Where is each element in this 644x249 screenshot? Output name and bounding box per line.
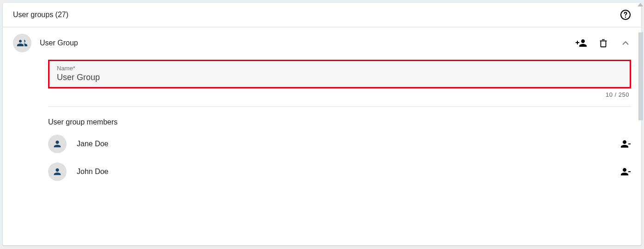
char-counter: 10 / 250	[48, 91, 631, 98]
scroll-up-arrow-icon	[638, 3, 643, 6]
member-row: John Doe	[48, 162, 631, 181]
member-name: Jane Doe	[77, 140, 610, 148]
card-header: User groups (27)	[3, 3, 641, 27]
member-name: John Doe	[77, 168, 610, 176]
svg-point-1	[625, 17, 626, 18]
chevron-up-icon[interactable]	[620, 37, 631, 49]
user-groups-card: User groups (27) User Group	[3, 3, 641, 245]
divider	[48, 106, 631, 107]
delete-icon[interactable]	[598, 37, 609, 49]
group-title: User Group	[40, 39, 567, 47]
scrollbar-thumb[interactable]	[638, 32, 643, 120]
person-icon	[48, 135, 67, 153]
help-icon[interactable]	[620, 9, 631, 20]
group-icon	[13, 34, 31, 52]
person-icon	[48, 162, 67, 181]
name-input-label: Name*	[57, 65, 622, 72]
remove-user-icon[interactable]	[620, 166, 631, 177]
page-title: User groups (27)	[13, 11, 68, 19]
name-input-value: User Group	[57, 73, 622, 82]
member-row: Jane Doe	[48, 135, 631, 153]
group-summary-row: User Group	[3, 27, 641, 52]
remove-user-icon[interactable]	[620, 138, 631, 149]
add-user-icon[interactable]	[576, 37, 587, 49]
members-heading: User group members	[48, 118, 631, 126]
name-input[interactable]: Name* User Group	[48, 60, 631, 88]
